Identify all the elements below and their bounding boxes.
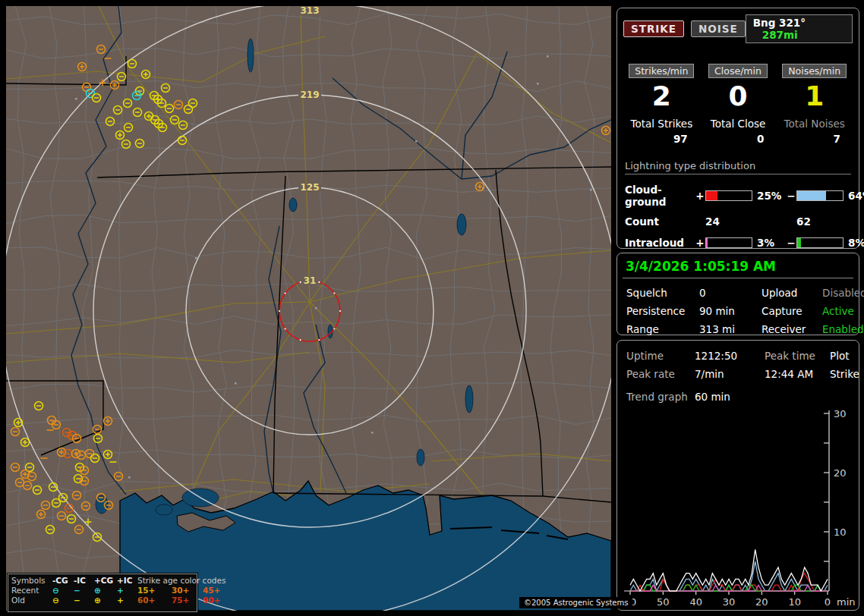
trend-graph-value: 60 min bbox=[695, 391, 850, 403]
persistence-value: 90 min bbox=[699, 305, 762, 317]
cg-pos-old-icon: ⊕ bbox=[94, 596, 117, 605]
ic-neg-recent-icon: − bbox=[74, 586, 94, 595]
cg-neg-old-icon: ⊖ bbox=[52, 596, 74, 605]
cg-pos-pct: 25% bbox=[752, 190, 786, 202]
minus-sign: − bbox=[786, 190, 796, 202]
squelch-value: 0 bbox=[699, 287, 762, 299]
upload-label: Upload bbox=[762, 287, 822, 299]
cg-neg-bar bbox=[796, 190, 844, 201]
ic-neg-bar-fill bbox=[797, 238, 801, 247]
svg-text:30: 30 bbox=[834, 408, 847, 420]
legend-row-old-label: Old bbox=[11, 596, 52, 605]
capture-value: Active bbox=[822, 305, 864, 317]
cg-pos-bar-fill bbox=[706, 191, 717, 200]
ic-pos-old-icon: + bbox=[117, 596, 137, 605]
peak-time-label: Peak time bbox=[765, 350, 830, 362]
total-strikes-value: 97 bbox=[623, 133, 700, 145]
age-90: 90+ bbox=[203, 596, 232, 605]
svg-text:10: 10 bbox=[834, 526, 847, 538]
total-close-label: Total Close bbox=[700, 118, 777, 130]
legend-col-ic-pos: +IC bbox=[117, 576, 137, 585]
plus-sign: + bbox=[695, 237, 705, 249]
noise-button[interactable]: NOISE bbox=[691, 20, 746, 37]
svg-text:31: 31 bbox=[304, 275, 317, 286]
cg-neg-count: 62 bbox=[796, 215, 844, 228]
receiver-label: Receiver bbox=[762, 323, 822, 335]
svg-text:313: 313 bbox=[300, 6, 319, 16]
receiver-value: Enabled bbox=[822, 323, 864, 335]
svg-text:20: 20 bbox=[834, 467, 847, 479]
svg-text:10: 10 bbox=[788, 596, 801, 608]
persistence-label: Persistence bbox=[626, 305, 699, 317]
svg-text:20: 20 bbox=[755, 596, 768, 608]
strike-counter-panel: STRIKE NOISE Bng 321° 287mi Strikes/min … bbox=[616, 8, 859, 249]
noises-per-min-value: 1 bbox=[776, 81, 853, 112]
range-label: Range bbox=[626, 323, 699, 335]
capture-label: Capture bbox=[762, 305, 822, 317]
age-75: 75+ bbox=[172, 596, 203, 605]
bearing-display: Bng 321° 287mi bbox=[746, 14, 853, 43]
peak-rate-value: 7/min bbox=[695, 368, 765, 380]
trend-panel: Uptime 1212:50 Peak time Plot Peak rate … bbox=[616, 340, 859, 611]
legend-col-ic-neg: -IC bbox=[74, 576, 94, 585]
cg-neg-bar-fill bbox=[797, 191, 826, 200]
peak-time-value: 12:44 AM bbox=[765, 368, 830, 380]
squelch-label: Squelch bbox=[626, 287, 699, 299]
noises-per-min-chip: Noises/min bbox=[782, 64, 847, 78]
svg-text:125: 125 bbox=[300, 182, 319, 193]
strike-button[interactable]: STRIKE bbox=[623, 20, 684, 37]
legend-age-header: Strike age color codes bbox=[137, 576, 232, 585]
svg-text:50: 50 bbox=[657, 596, 670, 608]
peak-rate-label: Peak rate bbox=[626, 368, 695, 380]
total-noises-label: Total Noises bbox=[776, 118, 853, 130]
cg-pos-count: 24 bbox=[705, 215, 752, 228]
svg-text:min: min bbox=[837, 596, 856, 608]
svg-text:0: 0 bbox=[825, 596, 831, 608]
ic-pos-bar bbox=[705, 237, 752, 248]
strike-trend-chart: 1020306050403020100min bbox=[618, 404, 859, 610]
age-15: 15+ bbox=[137, 586, 172, 595]
strikes-per-min-chip: Strikes/min bbox=[629, 64, 694, 78]
datetime-display: 3/4/2026 1:05:19 AM bbox=[623, 253, 853, 278]
svg-text:30: 30 bbox=[723, 596, 736, 608]
age-30: 30+ bbox=[172, 586, 203, 595]
cg-count-label: Count bbox=[625, 215, 695, 228]
svg-text:40: 40 bbox=[689, 596, 702, 608]
intracloud-label: Intracloud bbox=[625, 237, 695, 249]
ic-pos-pct: 3% bbox=[752, 237, 786, 249]
noises-per-min-column: Noises/min 1 Total Noises 7 bbox=[776, 63, 853, 145]
bearing-distance: 287mi bbox=[762, 29, 798, 41]
ic-pos-bar-fill bbox=[706, 238, 708, 247]
cg-neg-pct: 64% bbox=[844, 190, 864, 202]
plot-label: Plot bbox=[830, 350, 859, 362]
minus-sign: − bbox=[786, 237, 796, 249]
strikes-per-min-value: 2 bbox=[623, 81, 700, 112]
upload-value: Disabled bbox=[822, 287, 864, 299]
plus-sign: + bbox=[695, 190, 705, 202]
ic-pos-recent-icon: + bbox=[117, 586, 137, 595]
legend-row-recent-label: Recent bbox=[11, 586, 52, 595]
strikes-per-min-column: Strikes/min 2 Total Strikes 97 bbox=[623, 63, 700, 145]
lightning-map[interactable]: 31125219313 bbox=[6, 6, 611, 611]
close-per-min-chip: Close/min bbox=[708, 64, 768, 78]
legend-col-cg-neg: -CG bbox=[52, 576, 74, 585]
copyright-text: ©2005 Astrogenic Systems bbox=[519, 597, 632, 608]
close-per-min-column: Close/min 0 Total Close 0 bbox=[700, 63, 777, 145]
ic-neg-old-icon: − bbox=[74, 596, 94, 605]
status-panel: 3/4/2026 1:05:19 AM Squelch 0 Upload Dis… bbox=[616, 253, 859, 335]
svg-text:219: 219 bbox=[300, 90, 319, 100]
cg-pos-bar bbox=[705, 190, 752, 201]
cg-neg-recent-icon: ⊖ bbox=[52, 586, 74, 595]
map-canvas: 31125219313 bbox=[6, 6, 611, 611]
cg-pos-recent-icon: ⊕ bbox=[94, 586, 117, 595]
legend-col-cg-pos: +CG bbox=[94, 576, 117, 585]
age-45: 45+ bbox=[203, 586, 232, 595]
bearing-value: Bng 321° bbox=[753, 17, 806, 29]
ic-neg-pct: 8% bbox=[844, 237, 864, 249]
uptime-value: 1212:50 bbox=[695, 350, 765, 362]
age-60: 60+ bbox=[137, 596, 172, 605]
close-per-min-value: 0 bbox=[700, 81, 777, 112]
total-close-value: 0 bbox=[700, 133, 777, 145]
map-legend: Symbols -CG -IC +CG +IC Strike age color… bbox=[8, 574, 197, 612]
range-value: 313 mi bbox=[699, 323, 762, 335]
